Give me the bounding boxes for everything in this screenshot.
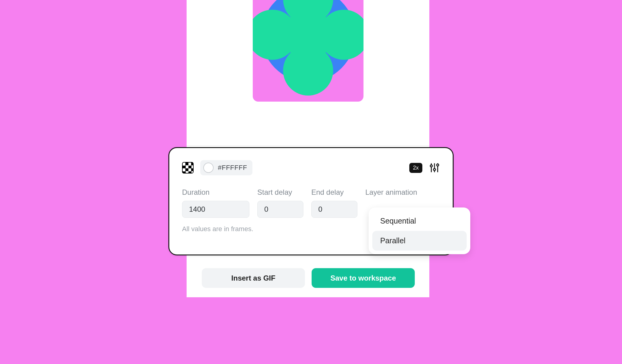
svg-point-4: [434, 169, 436, 171]
shape-green-center: [283, 10, 333, 60]
insert-as-gif-button[interactable]: Insert as GIF: [202, 268, 305, 288]
end-delay-field-group: End delay: [311, 188, 357, 218]
layer-animation-label: Layer animation: [365, 188, 417, 197]
color-swatch-icon: [203, 163, 214, 173]
save-to-workspace-button[interactable]: Save to workspace: [312, 268, 415, 288]
settings-top-row: #FFFFFF 2x: [182, 160, 440, 175]
dropdown-option-parallel[interactable]: Parallel: [372, 231, 467, 251]
right-controls: 2x: [409, 162, 440, 173]
end-delay-label: End delay: [311, 188, 357, 197]
save-button-label: Save to workspace: [330, 274, 396, 282]
start-delay-label: Start delay: [257, 188, 303, 197]
start-delay-input[interactable]: [257, 201, 303, 218]
scale-badge[interactable]: 2x: [409, 163, 422, 173]
preview-tile: [253, 0, 363, 102]
svg-point-3: [430, 165, 432, 167]
background-color-chip[interactable]: #FFFFFF: [200, 160, 252, 175]
preview-area: [187, 0, 429, 146]
end-delay-input[interactable]: [311, 201, 357, 218]
sliders-icon[interactable]: [429, 162, 440, 173]
start-delay-field-group: Start delay: [257, 188, 303, 218]
scale-badge-label: 2x: [413, 165, 419, 171]
transparency-icon[interactable]: [182, 162, 194, 174]
duration-field-group: Duration: [182, 188, 249, 218]
dropdown-option-sequential[interactable]: Sequential: [372, 211, 467, 231]
dropdown-option-label: Sequential: [380, 217, 416, 225]
dropdown-option-label: Parallel: [380, 236, 405, 245]
duration-label: Duration: [182, 188, 249, 197]
insert-button-label: Insert as GIF: [231, 274, 275, 282]
action-buttons-row: Insert as GIF Save to workspace: [202, 268, 415, 288]
svg-point-5: [437, 164, 439, 166]
layer-animation-dropdown: Sequential Parallel: [369, 207, 470, 254]
duration-input[interactable]: [182, 201, 249, 218]
color-hex-value: #FFFFFF: [218, 164, 247, 172]
